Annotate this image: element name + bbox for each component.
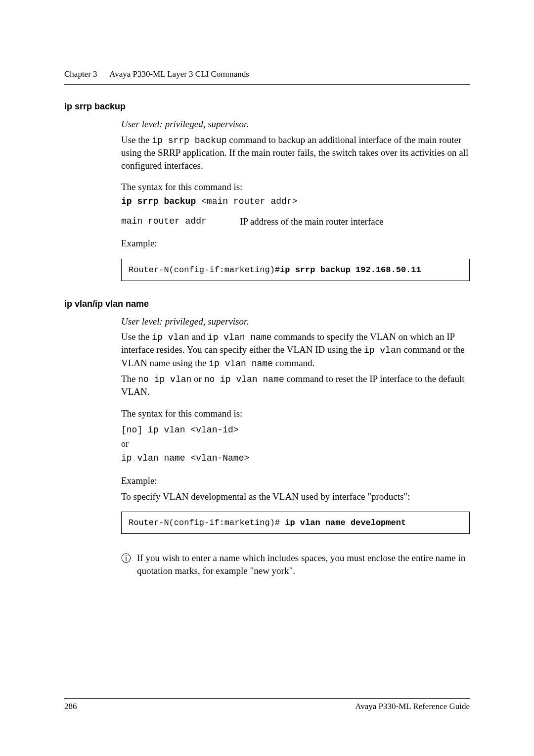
code-example-vlan: Router-N(config-if:marketing)# ip vlan n… <box>121 512 470 534</box>
doc-title: Avaya P330-ML Reference Guide <box>355 702 470 711</box>
param-desc: IP address of the main router interface <box>240 216 384 227</box>
user-level-2: User level: privileged, supervisor. <box>121 315 470 328</box>
srrp-description: Use the ip srrp backup command to backup… <box>121 134 470 172</box>
param-row: main router addr IP address of the main … <box>121 216 470 227</box>
syntax-intro-2: The syntax for this command is: <box>121 407 470 420</box>
syntax-block: [no] ip vlan <vlan-id> or ip vlan name <… <box>121 423 470 466</box>
example-label: Example: <box>121 237 470 250</box>
info-icon: ⓘ <box>121 552 131 577</box>
code-example-srrp: Router-N(config-if:marketing)#ip srrp ba… <box>121 259 470 281</box>
vlan-desc-p2: The no ip vlan or no ip vlan name comman… <box>121 373 470 398</box>
section-heading-vlan: ip vlan/ip vlan name <box>64 299 470 309</box>
code-command-2: ip vlan name development <box>285 518 406 527</box>
page-footer: 286 Avaya P330-ML Reference Guide <box>64 698 470 711</box>
vlan-desc-p1: Use the ip vlan and ip vlan name command… <box>121 331 470 370</box>
section-body-vlan: User level: privileged, supervisor. Use … <box>121 315 470 577</box>
code-prompt-2: Router-N(config-if:marketing)# <box>129 518 285 527</box>
code-prompt: Router-N(config-if:marketing)# <box>129 265 280 275</box>
param-name: main router addr <box>121 216 220 227</box>
user-level: User level: privileged, supervisor. <box>121 118 470 131</box>
example-label-2: Example: <box>121 474 470 487</box>
page-number: 286 <box>64 702 77 711</box>
note-text: If you wish to enter a name which includ… <box>137 552 470 577</box>
syntax-intro: The syntax for this command is: <box>121 181 470 193</box>
chapter-title: Avaya P330-ML Layer 3 CLI Commands <box>109 69 249 79</box>
document-page: Chapter 3 Avaya P330-ML Layer 3 CLI Comm… <box>0 0 534 756</box>
code-command: ip srrp backup 192.168.50.11 <box>280 265 421 275</box>
syntax-line: ip srrp backup <main router addr> <box>121 196 470 206</box>
chapter-header: Chapter 3 Avaya P330-ML Layer 3 CLI Comm… <box>64 69 470 85</box>
section-body-srrp: User level: privileged, supervisor. Use … <box>121 118 470 281</box>
section-heading-srrp: ip srrp backup <box>64 101 470 112</box>
example-desc-2: To specify VLAN developmental as the VLA… <box>121 490 470 503</box>
info-note: ⓘ If you wish to enter a name which incl… <box>121 552 470 577</box>
chapter-label: Chapter 3 <box>64 69 97 79</box>
